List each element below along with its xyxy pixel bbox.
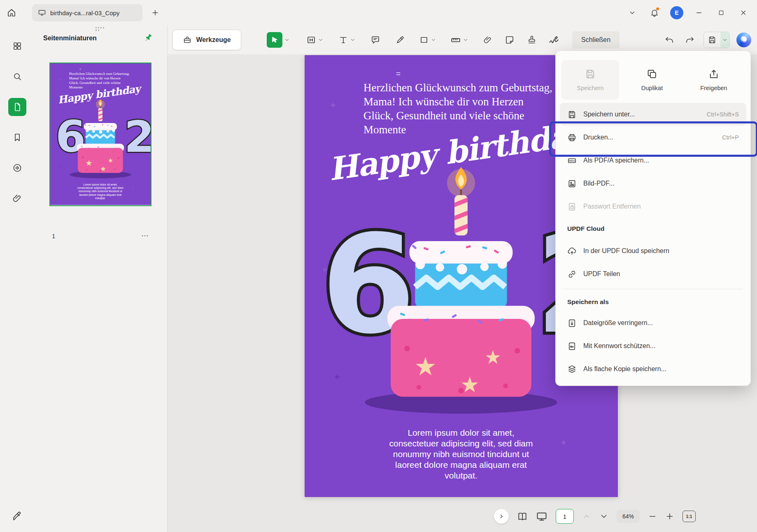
menu-item-save-as[interactable]: Speichern unter... Ctrl+Shift+S	[560, 103, 746, 126]
chevron-down-icon[interactable]	[431, 37, 436, 43]
stamp-tool[interactable]	[527, 35, 537, 45]
home-button[interactable]	[0, 0, 23, 26]
body-text[interactable]: Lorem ipsum dolor sit amet, consectetuer…	[370, 427, 552, 481]
highlight-tool[interactable]	[395, 35, 405, 45]
document-tab[interactable]: birthday-ca...ral-03_Copy	[32, 4, 142, 21]
rail-thumbnails-button[interactable]	[8, 98, 26, 116]
reduce-file-size-icon	[567, 318, 577, 328]
home-icon	[7, 8, 16, 18]
birthday-cake-illustration	[344, 154, 578, 416]
menu-item-reduce-size[interactable]: Dateigröße verringern...	[560, 311, 746, 335]
rail-attachments-button[interactable]	[8, 189, 26, 207]
edit-tool[interactable]	[306, 35, 324, 45]
page-thumbnail-1[interactable]: ✦ ✦ ✦ ✦ ✦ ✦ = Herzlichen Glückwunsch zum…	[49, 63, 151, 206]
menu-item-cloud-save[interactable]: In der UPDF Cloud speichern	[560, 239, 746, 263]
link-icon	[567, 269, 577, 279]
quick-duplicate-button[interactable]: Duplikat	[623, 60, 681, 100]
measure-tool[interactable]	[450, 35, 468, 45]
save-icon	[585, 68, 596, 80]
menu-item-label: Passwort Entfernen	[583, 203, 732, 210]
rail-comments-button[interactable]	[8, 159, 26, 177]
quick-actions-row: Speichern Duplikat Freigeben	[556, 57, 750, 103]
svg-text:PDF/A: PDF/A	[569, 160, 575, 162]
paperclip-icon	[483, 35, 492, 44]
undo-button[interactable]	[662, 33, 676, 47]
menu-item-pdfa[interactable]: PDF/A Als PDF/A speichern...	[560, 149, 746, 172]
rectangle-shape-icon	[419, 35, 429, 45]
duplicate-icon	[646, 68, 658, 80]
text-tool[interactable]	[338, 35, 356, 45]
account-button[interactable]: E	[667, 3, 686, 22]
menu-item-updf-share[interactable]: UPDF Teilen	[560, 263, 746, 286]
rail-search-button[interactable]	[8, 67, 26, 86]
chevron-down-icon[interactable]	[284, 37, 290, 43]
menu-section-save-as: Speichern als	[556, 293, 750, 311]
panel-drag-handle[interactable]	[95, 27, 106, 31]
quick-share-button[interactable]: Freigeben	[685, 60, 743, 100]
pen-draw-icon	[12, 511, 23, 522]
select-tool-button[interactable]	[267, 32, 282, 48]
menu-item-protect-password[interactable]: Mit Kennwort schützen...	[560, 335, 746, 358]
close-icon	[740, 9, 747, 16]
thumbnail-more-button[interactable]: ⋯	[141, 231, 149, 240]
updf-ai-button[interactable]	[736, 33, 751, 47]
save-menu-button[interactable]	[720, 32, 729, 48]
close-mode-button[interactable]: Schließen	[572, 31, 620, 49]
menu-item-label: Als flache Kopie speichern...	[583, 365, 739, 373]
search-icon	[12, 72, 22, 81]
previous-page-button[interactable]	[582, 512, 591, 521]
chevron-down-icon[interactable]	[318, 37, 324, 43]
app-window: birthday-ca...ral-03_Copy E	[0, 0, 757, 532]
zoom-level[interactable]: 64%	[617, 510, 640, 523]
new-tab-button[interactable]	[148, 6, 162, 20]
pin-panel-button[interactable]	[142, 31, 155, 44]
minimize-button[interactable]	[689, 3, 708, 22]
rail-bookmarks-button[interactable]	[8, 128, 26, 146]
expand-controls-button[interactable]	[494, 509, 509, 524]
redo-button[interactable]	[683, 33, 697, 47]
share-icon	[708, 68, 720, 80]
body-line: nonummy nibh euismod tincidunt ut	[71, 190, 129, 193]
heading-box-icon	[306, 35, 316, 45]
shape-tool[interactable]	[419, 35, 436, 45]
rail-sign-button[interactable]	[8, 507, 26, 525]
quick-save-button[interactable]: Speichern	[561, 60, 619, 100]
menu-item-flatten-copy[interactable]: Als flache Kopie speichern...	[560, 358, 746, 381]
save-button[interactable]	[704, 32, 720, 48]
close-window-button[interactable]	[734, 3, 753, 22]
body-line: nonummy nibh euismod tincidunt ut	[370, 449, 552, 460]
menu-item-label: Mit Kennwort schützen...	[583, 342, 739, 350]
menu-item-label: Bild-PDF...	[583, 180, 732, 187]
notifications-button[interactable]	[645, 3, 664, 22]
save-split-button	[703, 32, 730, 48]
presentation-mode-button[interactable]	[536, 511, 547, 522]
body-line: volutpat.	[370, 470, 552, 481]
chevron-down-icon[interactable]	[350, 37, 356, 43]
sticker-tool[interactable]	[505, 35, 515, 45]
rail-apps-button[interactable]	[8, 37, 26, 55]
comment-tool[interactable]	[370, 35, 380, 45]
signature-tool[interactable]	[548, 34, 560, 46]
reading-mode-button[interactable]	[517, 511, 528, 522]
menu-item-label: Als PDF/A speichern...	[583, 157, 732, 164]
attach-tool[interactable]	[483, 35, 492, 44]
save-dropdown-menu: Speichern Duplikat Freigeben Speichern u…	[555, 51, 751, 386]
page-number-input[interactable]	[556, 509, 574, 524]
select-tool[interactable]	[267, 32, 290, 48]
zoom-out-button[interactable]	[648, 512, 657, 521]
zoom-in-button[interactable]	[665, 512, 674, 521]
next-page-button[interactable]	[599, 512, 608, 521]
toolbar-collapse-button[interactable]	[623, 3, 642, 22]
menu-item-label: UPDF Teilen	[583, 270, 739, 278]
actual-size-button[interactable]: 1:1	[682, 511, 696, 522]
menu-item-print[interactable]: Drucken... Ctrl+P	[560, 126, 746, 149]
menu-item-image-pdf[interactable]: Bild-PDF...	[560, 172, 746, 195]
chevron-right-icon	[498, 513, 505, 520]
chevron-down-icon[interactable]	[463, 37, 468, 43]
menu-item-label: Dateigröße verringern...	[583, 319, 739, 327]
tools-button[interactable]: Werkzeuge	[172, 30, 241, 50]
toolbar: Werkzeuge	[168, 26, 757, 54]
maximize-button[interactable]	[712, 3, 731, 22]
menu-item-label: Speichern unter...	[583, 111, 700, 118]
pages-icon	[12, 102, 22, 112]
